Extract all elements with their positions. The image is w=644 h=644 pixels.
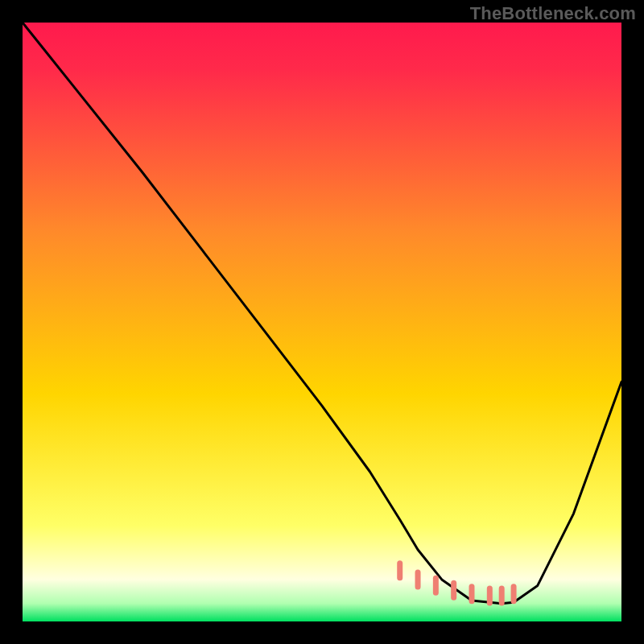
chart-svg bbox=[23, 23, 621, 621]
watermark-text: TheBottleneck.com bbox=[470, 3, 636, 24]
svg-rect-0 bbox=[23, 23, 621, 621]
chart-frame bbox=[23, 23, 621, 621]
